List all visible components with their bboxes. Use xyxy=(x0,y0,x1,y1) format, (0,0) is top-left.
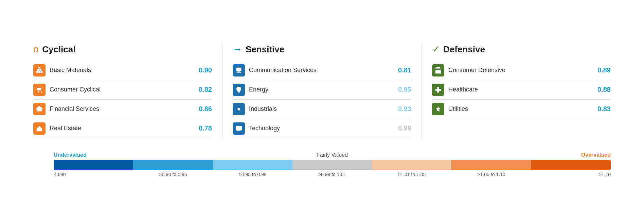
sector-item-healthcare: Healthcare 0.88 xyxy=(432,80,611,100)
tick-6: >1.05 to 1.10 xyxy=(451,172,531,177)
financial-services-name: Financial Services xyxy=(50,105,191,113)
undervalued-label: Undervalued xyxy=(54,152,263,158)
basic-materials-name: Basic Materials xyxy=(50,67,191,74)
defensive-icon: ✓ xyxy=(432,45,440,54)
svg-point-7 xyxy=(41,91,42,92)
real-estate-value: 0.78 xyxy=(195,124,212,132)
cyclical-sector-list: Basic Materials 0.90 Consumer Cyclical 0… xyxy=(33,61,212,138)
healthcare-name: Healthcare xyxy=(448,86,590,93)
svg-rect-2 xyxy=(41,71,43,73)
industrials-value: 0.93 xyxy=(394,105,411,113)
sector-item-consumer-defensive: Consumer Defensive 0.89 xyxy=(432,61,611,80)
bar-seg-7 xyxy=(531,160,611,170)
svg-point-6 xyxy=(38,91,39,92)
technology-value: 0.99 xyxy=(394,124,411,132)
svg-rect-0 xyxy=(36,71,38,73)
cyclical-header: α Cyclical xyxy=(33,44,212,55)
tick-2: >0.90 to 0.95 xyxy=(133,172,213,177)
basic-materials-icon xyxy=(33,64,46,76)
sector-item-basic-materials: Basic Materials 0.90 xyxy=(33,61,212,80)
svg-point-16 xyxy=(237,108,240,110)
defensive-header: ✓ Defensive xyxy=(432,44,611,55)
svg-rect-15 xyxy=(240,68,241,69)
sector-item-technology: Technology 0.99 xyxy=(233,119,411,138)
svg-rect-10 xyxy=(38,129,39,131)
legend-bar xyxy=(54,160,611,170)
tick-3: >0.95 to 0.99 xyxy=(213,172,292,177)
sensitive-label: Sensitive xyxy=(246,44,284,55)
defensive-label: Defensive xyxy=(443,44,485,55)
svg-rect-13 xyxy=(237,68,238,69)
svg-rect-4 xyxy=(39,69,41,71)
communication-name: Communication Services xyxy=(249,67,390,74)
consumer-cyclical-value: 0.82 xyxy=(195,86,212,94)
cyclical-group: α Cyclical Basic Materials 0.90 C xyxy=(33,44,212,138)
bar-seg-4 xyxy=(292,160,372,170)
utilities-icon xyxy=(432,103,444,115)
utilities-value: 0.83 xyxy=(594,105,611,113)
svg-rect-20 xyxy=(237,128,240,129)
communication-value: 0.81 xyxy=(394,66,411,74)
categories-row: α Cyclical Basic Materials 0.90 C xyxy=(33,44,611,138)
cyclical-icon: α xyxy=(33,45,39,54)
financial-services-value: 0.86 xyxy=(195,105,212,113)
svg-rect-5 xyxy=(38,67,40,69)
tick-1: <0.90 xyxy=(54,172,133,177)
communication-icon xyxy=(233,64,245,76)
bar-seg-2 xyxy=(133,160,213,170)
bar-seg-3 xyxy=(213,160,292,170)
sensitive-icon: → xyxy=(233,45,242,54)
main-container: α Cyclical Basic Materials 0.90 C xyxy=(33,37,611,184)
fairly-label: Fairly Valued xyxy=(263,152,402,158)
tick-4: >0.99 to 1.01 xyxy=(292,172,372,177)
energy-value: 0.95 xyxy=(394,86,411,94)
svg-rect-1 xyxy=(38,71,40,73)
legend-ticks: <0.90 >0.90 to 0.95 >0.95 to 0.99 >0.99 … xyxy=(54,172,611,177)
real-estate-icon xyxy=(33,122,46,135)
sector-item-communication: Communication Services 0.81 xyxy=(233,61,411,80)
svg-rect-19 xyxy=(237,127,239,128)
tick-5: >1.01 to 1.05 xyxy=(372,172,451,177)
overvalued-label: Overvalued xyxy=(402,152,611,158)
bar-seg-5 xyxy=(372,160,451,170)
legend-section: Undervalued Fairly Valued Overvalued <0.… xyxy=(33,152,611,177)
divider-1 xyxy=(222,44,222,138)
industrials-icon xyxy=(233,103,245,115)
tick-7: >1.10 xyxy=(531,172,611,177)
energy-icon xyxy=(233,84,245,96)
consumer-defensive-icon xyxy=(432,64,444,76)
sector-item-industrials: Industrials 0.93 xyxy=(233,100,411,119)
consumer-cyclical-name: Consumer Cyclical xyxy=(50,86,191,93)
sensitive-group: → Sensitive Communication Services 0.81 xyxy=(233,44,411,138)
sector-item-financial-services: Financial Services 0.86 xyxy=(33,100,212,119)
technology-icon xyxy=(233,122,245,135)
svg-rect-14 xyxy=(238,68,239,69)
real-estate-name: Real Estate xyxy=(50,125,191,132)
energy-name: Energy xyxy=(249,86,390,93)
svg-rect-11 xyxy=(40,129,41,130)
sector-item-energy: Energy 0.95 xyxy=(233,80,411,100)
sector-item-utilities: Utilities 0.83 xyxy=(432,100,611,119)
svg-rect-3 xyxy=(37,69,39,71)
financial-services-icon xyxy=(33,103,46,115)
bar-seg-1 xyxy=(54,160,133,170)
svg-point-9 xyxy=(38,105,40,107)
basic-materials-value: 0.90 xyxy=(195,66,212,74)
industrials-name: Industrials xyxy=(249,105,390,113)
defensive-sector-list: Consumer Defensive 0.89 Healthcare 0.88 xyxy=(432,61,611,119)
cyclical-label: Cyclical xyxy=(42,44,75,55)
healthcare-value: 0.88 xyxy=(594,86,611,94)
sensitive-header: → Sensitive xyxy=(233,44,411,55)
sector-item-consumer-cyclical: Consumer Cyclical 0.82 xyxy=(33,80,212,100)
legend-labels-top: Undervalued Fairly Valued Overvalued xyxy=(54,152,611,158)
sensitive-sector-list: Communication Services 0.81 Energy 0.95 xyxy=(233,61,411,138)
consumer-defensive-name: Consumer Defensive xyxy=(448,67,590,74)
technology-name: Technology xyxy=(249,125,390,132)
bar-seg-6 xyxy=(451,160,531,170)
sector-item-real-estate: Real Estate 0.78 xyxy=(33,119,212,138)
healthcare-icon xyxy=(432,84,444,96)
consumer-defensive-value: 0.89 xyxy=(594,66,611,74)
divider-2 xyxy=(422,44,422,138)
defensive-group: ✓ Defensive Consumer Defensive 0.89 xyxy=(432,44,611,138)
consumer-cyclical-icon xyxy=(33,84,46,96)
